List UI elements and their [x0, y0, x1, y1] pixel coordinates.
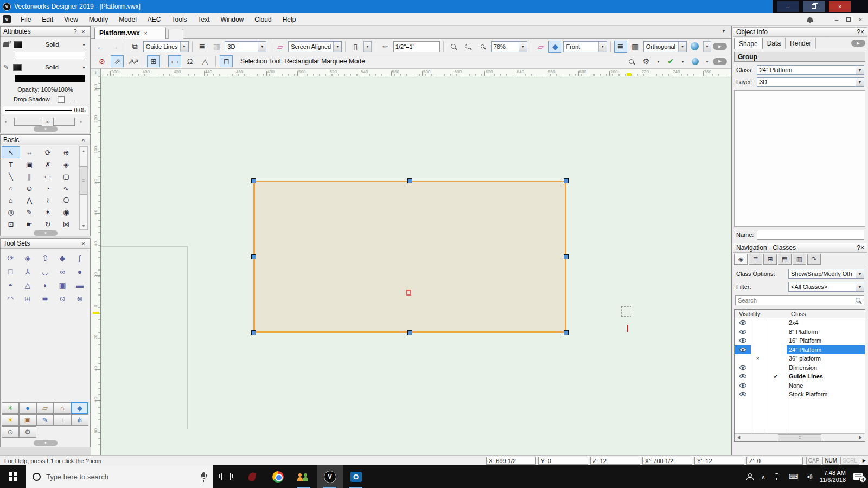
hidden-mark-cell[interactable] — [751, 381, 765, 390]
select-similar-tool[interactable]: ◉ — [57, 206, 75, 218]
document-tab-new[interactable] — [168, 29, 183, 39]
active-class-cell[interactable] — [765, 345, 787, 355]
document-minimize-button[interactable]: – — [832, 16, 841, 23]
class-row[interactable]: 16" Platform — [735, 336, 865, 345]
chevron-down-icon[interactable]: ▼ — [856, 66, 864, 74]
rectangular-marquee-mode-icon[interactable]: ▭ — [168, 55, 181, 67]
scroll-down-icon[interactable]: ▼ — [82, 222, 86, 229]
taskbar-app-people[interactable] — [291, 465, 317, 488]
pen-color-swatch[interactable] — [13, 64, 22, 71]
chevron-down-icon[interactable]: ▼ — [258, 42, 266, 52]
people-tray-icon[interactable] — [746, 473, 754, 480]
class-row[interactable]: ×36" platform — [735, 354, 865, 363]
rounded-rectangle-tool[interactable]: ▢ — [57, 170, 75, 182]
line-tool[interactable]: ╲ — [2, 170, 20, 182]
magic-wand-tool[interactable]: ✶ — [39, 206, 57, 218]
selection-handle-se[interactable] — [564, 330, 569, 335]
tool-sets-titlebar[interactable]: Tool Sets × — [1, 239, 90, 249]
attributes-titlebar[interactable]: Attributes ? × — [1, 27, 90, 37]
stack-tool[interactable]: ≣ — [36, 292, 54, 305]
document-restore-button[interactable] — [846, 17, 851, 22]
fill-bucket-icon[interactable] — [3, 42, 9, 47]
nav-tab-references[interactable]: ↷ — [807, 254, 821, 265]
tab-close-icon[interactable]: × — [144, 30, 148, 36]
mesh-tool[interactable]: ◆ — [54, 251, 71, 265]
nav-tab-sheet-layers[interactable]: ⊞ — [763, 254, 777, 265]
class-layer-options-icon[interactable]: ≣ — [614, 41, 627, 53]
layers-icon[interactable]: ≣ — [195, 41, 208, 53]
filter-dropdown[interactable]: <All Classes> ▼ — [788, 282, 864, 292]
close-icon[interactable]: × — [860, 244, 864, 252]
eye-icon[interactable] — [739, 330, 746, 334]
selection-handle-nw[interactable] — [251, 178, 256, 183]
active-class-dropdown[interactable]: Guide Lines ▼ — [143, 41, 189, 52]
visibility-cell[interactable] — [735, 336, 751, 345]
pen-icon[interactable]: ✎ — [3, 63, 9, 71]
help-icon[interactable]: ? — [857, 244, 860, 252]
close-icon[interactable]: × — [79, 28, 87, 35]
start-marker-field[interactable] — [14, 118, 42, 126]
active-class-cell[interactable] — [765, 318, 787, 328]
object-snap-mode-icon[interactable]: ⊓ — [220, 55, 233, 67]
taskbar-app-chrome[interactable] — [265, 465, 291, 488]
class-search-box[interactable] — [735, 295, 864, 305]
3d-locus-tool[interactable]: ⅄ — [19, 265, 36, 278]
zoom-tool[interactable]: ⊕ — [57, 146, 75, 158]
class-row[interactable]: 8" Platform — [735, 328, 865, 337]
palette-collapse-button[interactable]: ▼ — [34, 230, 58, 236]
selected-platform-object[interactable] — [253, 181, 566, 333]
hidden-mark-cell[interactable] — [751, 363, 765, 373]
clip-tool[interactable]: ⊡ — [2, 218, 20, 230]
close-icon[interactable]: × — [79, 137, 87, 143]
unified-view-icon[interactable]: ◆ — [548, 41, 561, 53]
visibility-column-header[interactable]: Visibility — [739, 311, 761, 317]
double-line-tool[interactable]: ∥ — [20, 170, 39, 182]
marquee-zoom-icon[interactable] — [462, 41, 475, 53]
wifi-icon[interactable] — [773, 473, 781, 480]
chevron-down-icon[interactable]: ▼ — [598, 42, 607, 52]
visibility-cell[interactable] — [735, 381, 751, 390]
callout-tool[interactable]: ▣ — [20, 158, 39, 170]
visibility-cell[interactable] — [735, 328, 751, 337]
minimize-button[interactable]: ─ — [777, 1, 799, 12]
polygon-tool[interactable]: ⌂ — [2, 194, 20, 206]
fillet-edge-tool[interactable]: ◗ — [36, 278, 54, 292]
selection-handle-s[interactable] — [407, 330, 412, 335]
visibility-cell[interactable] — [735, 318, 751, 328]
tab-render[interactable]: Render — [786, 38, 816, 49]
pen-style-value[interactable]: Solid — [22, 64, 82, 70]
visibility-cell[interactable] — [735, 345, 751, 355]
object-info-overflow-button[interactable]: ▶ — [851, 40, 865, 47]
multiple-view-panes-icon[interactable]: ▦ — [629, 41, 642, 53]
scroll-right-icon[interactable]: ▶ — [857, 435, 865, 440]
working-plane-icon[interactable]: ▱ — [273, 41, 286, 53]
visibility-cell[interactable] — [735, 390, 751, 399]
chevron-down-icon[interactable]: ▼ — [856, 269, 864, 278]
notification-bell-icon[interactable] — [807, 17, 813, 22]
hidden-mark-cell[interactable] — [751, 372, 765, 381]
scale-pen-icon[interactable]: ✎ — [376, 37, 394, 55]
quick-render-icon[interactable] — [688, 55, 701, 67]
active-layer-dropdown[interactable]: 3D ▼ — [225, 41, 266, 52]
view-dropdown[interactable]: Front ▼ — [563, 41, 607, 52]
touch-keyboard-icon[interactable]: ⌨ — [789, 473, 798, 480]
extrude-tool[interactable]: ⇧ — [36, 251, 54, 265]
menu-item-model[interactable]: Model — [113, 13, 142, 26]
split-solid-tool[interactable]: ⊞ — [19, 292, 36, 305]
saved-views-icon[interactable]: ▦ — [210, 41, 223, 53]
selection-tool[interactable]: ↖ — [2, 146, 20, 158]
mirror-tool[interactable]: ⋈ — [57, 218, 75, 230]
revolve-tool[interactable]: ⊙ — [54, 292, 71, 305]
hidden-mark-cell[interactable] — [751, 328, 765, 337]
forward-button[interactable]: → — [108, 41, 122, 53]
close-icon[interactable]: × — [860, 28, 864, 36]
back-button[interactable]: ← — [94, 41, 107, 53]
circle-tool[interactable]: ○ — [2, 182, 20, 194]
hidden-mark-cell[interactable] — [751, 345, 765, 355]
active-class-cell[interactable] — [765, 354, 787, 363]
scroll-left-icon[interactable]: ◀ — [735, 435, 743, 440]
action-center-icon[interactable]: 4 — [853, 473, 863, 480]
regular-polygon-tool[interactable]: ⎔ — [57, 194, 75, 206]
hidden-mark-cell[interactable] — [751, 318, 765, 328]
eye-icon[interactable] — [739, 365, 746, 370]
